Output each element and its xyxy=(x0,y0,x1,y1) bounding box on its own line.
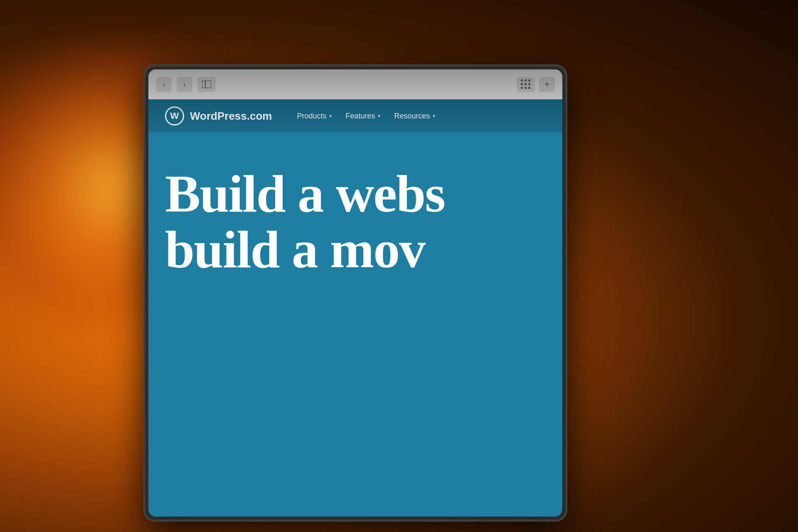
wp-hero-section: Build a webs build a mov xyxy=(148,133,562,294)
website-content: W WordPress.com Products ▾ Features ▾ Re… xyxy=(148,99,562,517)
hero-headline: Build a webs build a mov xyxy=(165,166,546,278)
device-screen: ‹ › xyxy=(148,69,562,517)
top-vignette xyxy=(148,69,562,136)
device-frame: ‹ › xyxy=(143,64,567,522)
hero-line-2: build a mov xyxy=(165,222,546,277)
hero-line-1: Build a webs xyxy=(165,166,546,222)
